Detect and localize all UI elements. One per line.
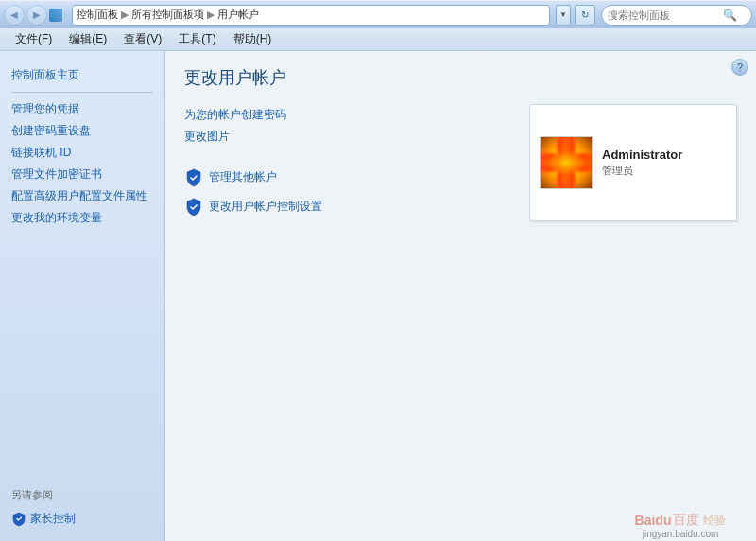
breadcrumb-2[interactable]: 所有控制面板项 (131, 8, 204, 22)
title-bar: ◀ ▶ 控制面板 ▶ 所有控制面板项 ▶ 用户帐户 ▼ ↻ 🔍 (0, 0, 756, 28)
baidu-logo-symbol: 百度 (673, 512, 699, 529)
watermark-logo: Baidu 百度 经验 (635, 512, 727, 529)
search-icon[interactable]: 🔍 (721, 7, 738, 24)
address-dropdown[interactable]: ▼ (556, 5, 571, 26)
sidebar-link-4[interactable]: 配置高级用户配置文件属性 (11, 185, 153, 207)
user-card: Administrator 管理员 (529, 104, 737, 221)
sidebar-also-label: 另请参阅 (0, 480, 164, 506)
user-avatar (540, 136, 593, 189)
menu-tools[interactable]: 工具(T) (171, 29, 223, 49)
sidebar-link-1[interactable]: 创建密码重设盘 (11, 120, 153, 142)
breadcrumb-1[interactable]: 控制面板 (77, 8, 118, 22)
back-button[interactable]: ◀ (4, 5, 25, 26)
address-bar[interactable]: 控制面板 ▶ 所有控制面板项 ▶ 用户帐户 (72, 5, 550, 26)
sidebar-link-5[interactable]: 更改我的环境变量 (11, 207, 153, 229)
sidebar-spacer (0, 236, 164, 480)
search-input[interactable] (608, 9, 721, 21)
uac-settings-link[interactable]: 更改用户帐户控制设置 (209, 196, 322, 218)
content-area: ? 更改用户帐户 为您的帐户创建密码 更改图片 管理其他帐户 (165, 51, 756, 541)
change-picture-link[interactable]: 更改图片 (184, 126, 510, 148)
sep-2: ▶ (207, 9, 215, 21)
create-password-link[interactable]: 为您的帐户创建密码 (184, 104, 510, 126)
manage-accounts-item[interactable]: 管理其他帐户 (184, 163, 510, 192)
menu-help[interactable]: 帮助(H) (226, 29, 280, 49)
forward-button[interactable]: ▶ (26, 5, 47, 26)
address-text: 控制面板 ▶ 所有控制面板项 ▶ 用户帐户 (77, 8, 259, 22)
address-icon (49, 9, 62, 22)
sidebar-link-3[interactable]: 管理文件加密证书 (11, 164, 153, 185)
watermark: Baidu 百度 经验 jingyan.baidu.com (605, 494, 756, 541)
refresh-button[interactable]: ↻ (575, 5, 595, 26)
menu-file[interactable]: 文件(F) (8, 29, 60, 49)
help-button[interactable]: ? (731, 59, 748, 76)
jingyan-label: 经验 (703, 513, 726, 529)
menu-bar: 文件(F) 编辑(E) 查看(V) 工具(T) 帮助(H) (0, 28, 756, 51)
user-role: 管理员 (602, 164, 682, 178)
sep-1: ▶ (121, 9, 129, 21)
section-gap (184, 148, 510, 163)
menu-edit[interactable]: 编辑(E) (61, 29, 114, 49)
uac-settings-item[interactable]: 更改用户帐户控制设置 (184, 192, 510, 221)
parental-control-label[interactable]: 家长控制 (30, 508, 76, 530)
search-bar[interactable]: 🔍 (601, 5, 752, 26)
sidebar: 控制面板主页 管理您的凭据 创建密码重设盘 链接联机 ID 管理文件加密证书 配… (0, 51, 165, 541)
shield-action-icon-2 (184, 198, 203, 217)
menu-view[interactable]: 查看(V) (116, 29, 169, 49)
manage-accounts-link[interactable]: 管理其他帐户 (209, 166, 277, 188)
sidebar-home-link[interactable]: 控制面板主页 (11, 64, 153, 86)
sidebar-parental-control[interactable]: 家长控制 (0, 506, 164, 532)
sidebar-divider (11, 92, 153, 93)
main-container: 控制面板主页 管理您的凭据 创建密码重设盘 链接联机 ID 管理文件加密证书 配… (0, 51, 756, 541)
avatar-image (541, 137, 592, 188)
shield-action-icon-1 (184, 168, 203, 187)
sidebar-link-2[interactable]: 链接联机 ID (11, 142, 153, 164)
nav-controls: ◀ ▶ 控制面板 ▶ 所有控制面板项 ▶ 用户帐户 ▼ ↻ 🔍 (4, 5, 752, 26)
breadcrumb-3[interactable]: 用户帐户 (217, 8, 259, 22)
user-info: Administrator 管理员 (602, 148, 682, 178)
user-name: Administrator (602, 148, 682, 162)
shield-icon (11, 512, 26, 527)
page-title: 更改用户帐户 (184, 66, 737, 89)
content-columns: 为您的帐户创建密码 更改图片 管理其他帐户 更改用户帐户控制设置 (184, 104, 737, 221)
baidu-logo-text: Baidu (635, 513, 672, 528)
left-column: 为您的帐户创建密码 更改图片 管理其他帐户 更改用户帐户控制设置 (184, 104, 510, 221)
watermark-url: jingyan.baidu.com (643, 529, 719, 539)
sidebar-main-section: 控制面板主页 管理您的凭据 创建密码重设盘 链接联机 ID 管理文件加密证书 配… (0, 61, 164, 236)
sidebar-link-0[interactable]: 管理您的凭据 (11, 98, 153, 120)
